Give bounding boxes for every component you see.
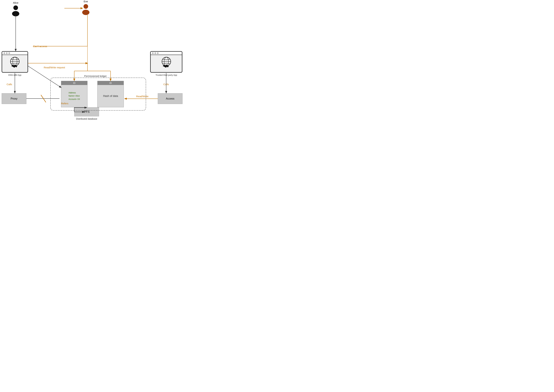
dns-globe-icon xyxy=(8,56,21,69)
trusted-app-browser xyxy=(150,51,182,73)
proxy-box: Proxy xyxy=(2,93,26,104)
svg-point-3 xyxy=(82,10,90,15)
access-box: Access xyxy=(158,93,182,104)
cant-access-label: Can't access xyxy=(33,45,47,48)
trusted-titlebar xyxy=(151,52,182,55)
trusted-content xyxy=(151,55,182,70)
ipfs-label: IPFS xyxy=(84,110,90,113)
dns-idm-label: DNS-IdM App xyxy=(2,74,28,76)
dot5 xyxy=(154,52,156,54)
record2-body: Hash of data xyxy=(97,85,124,107)
access-label: Access xyxy=(166,97,174,100)
diagram: { "alice": { "label": "Alice", "x": 60, … xyxy=(0,0,185,131)
svg-point-0 xyxy=(13,6,18,10)
dot1 xyxy=(3,52,5,54)
dot2 xyxy=(6,52,7,54)
calls-right-label: Calls xyxy=(163,83,169,86)
dns-idm-browser xyxy=(2,51,28,73)
record1-header: ID xyxy=(61,81,87,85)
alice-person: Alice xyxy=(11,1,21,16)
read-write-request-label: Read/Write request xyxy=(44,66,65,69)
trusted-app-label: Trusted third party App xyxy=(146,74,185,76)
dns-idm-content xyxy=(2,55,28,70)
eve-icon xyxy=(81,3,91,15)
ledger-record-2: ID Hash of data xyxy=(97,81,124,107)
dot6 xyxy=(157,52,159,54)
record2-header: ID xyxy=(97,81,124,85)
permissioned-label: Permissioned ledger xyxy=(84,75,107,77)
trusted-globe-icon xyxy=(160,56,173,69)
alice-label: Alice xyxy=(13,1,19,4)
distributed-db-label: Distributed database xyxy=(64,118,109,120)
svg-point-1 xyxy=(12,11,19,16)
svg-point-2 xyxy=(83,4,88,9)
svg-line-34 xyxy=(41,95,46,102)
dot3 xyxy=(8,52,10,54)
alice-icon xyxy=(11,5,21,16)
calls-left-label: Calls xyxy=(7,83,12,86)
eve-label: Eve xyxy=(84,0,88,3)
proxy-label: Proxy xyxy=(11,97,17,100)
hash-of-data-label: Hash of data xyxy=(103,95,118,98)
refers-label: Refers xyxy=(61,102,68,105)
dns-idm-titlebar xyxy=(2,52,28,55)
eve-person: Eve xyxy=(81,0,91,15)
record1-content: Address Name= Alice Account= XX xyxy=(69,91,80,101)
dot4 xyxy=(152,52,154,54)
read-write-label: Read/Write xyxy=(136,95,149,98)
